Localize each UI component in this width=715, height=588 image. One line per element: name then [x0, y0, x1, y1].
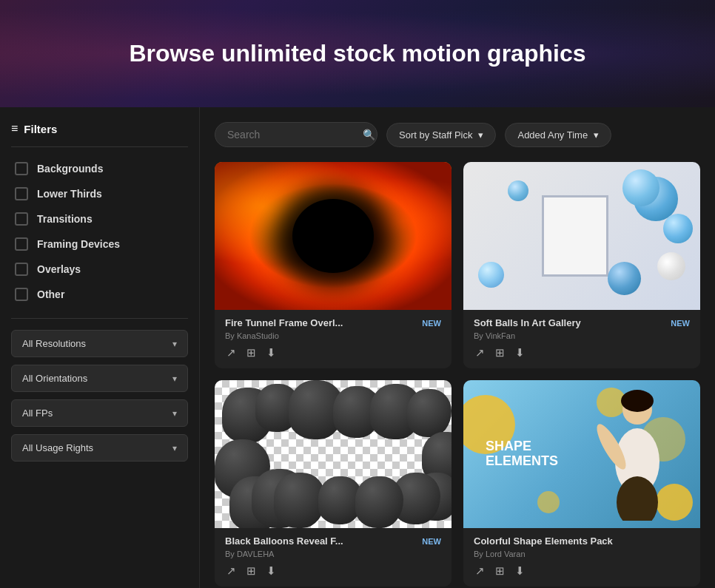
- card-balloons-footer: Black Balloons Reveal F... NEW By DAVLEH…: [215, 528, 452, 587]
- card-shape-footer: Colorful Shape Elements Pack By Lord Var…: [463, 528, 700, 587]
- sidebar-divider: [11, 146, 188, 147]
- card-balls-title: Soft Balls In Art Gallery: [474, 317, 665, 328]
- main-layout: ≡ Filters Backgrounds Lower Thirds Trans…: [0, 107, 715, 588]
- filter-overlays[interactable]: Overlays: [11, 257, 188, 282]
- filter-other[interactable]: Other: [11, 282, 188, 307]
- download-button[interactable]: ⬇: [265, 563, 278, 579]
- label-transitions: Transitions: [37, 213, 93, 225]
- sidebar: ≡ Filters Backgrounds Lower Thirds Trans…: [0, 107, 200, 588]
- chevron-down-icon: ▾: [172, 408, 177, 419]
- card-title-row: Colorful Shape Elements Pack: [474, 535, 690, 547]
- card-fire-thumb: [215, 162, 452, 310]
- shape-text: SHAPEELEMENTS: [486, 439, 558, 469]
- card-fire-title: Fire Tunnel Frame Overl...: [225, 317, 416, 328]
- label-other: Other: [37, 288, 64, 300]
- sidebar-divider2: [11, 318, 188, 319]
- label-backgrounds: Backgrounds: [37, 163, 103, 175]
- filters-label: Filters: [24, 123, 57, 135]
- checkbox-overlays[interactable]: [15, 263, 28, 276]
- card-balloons-title: Black Balloons Reveal F...: [225, 535, 416, 547]
- download-button[interactable]: ⬇: [514, 345, 526, 361]
- time-chevron-icon: ▾: [594, 129, 599, 141]
- time-label: Added Any Time: [517, 129, 588, 141]
- card-fire-tunnel[interactable]: Fire Tunnel Frame Overl... NEW By KanaSt…: [215, 162, 452, 368]
- fire-hole: [292, 199, 374, 273]
- filters-icon: ≡: [11, 122, 18, 135]
- card-fire-footer: Fire Tunnel Frame Overl... NEW By KanaSt…: [215, 310, 452, 368]
- card-balls-footer: Soft Balls In Art Gallery NEW By VinkFan…: [463, 310, 700, 368]
- card-fire-author: By KanaStudio: [225, 331, 441, 340]
- filter-lower-thirds[interactable]: Lower Thirds: [11, 181, 188, 206]
- card-black-balloons[interactable]: Black Balloons Reveal F... NEW By DAVLEH…: [215, 380, 452, 587]
- share-button[interactable]: ↗: [474, 563, 486, 579]
- sort-dropdown[interactable]: Sort by Staff Pick ▾: [386, 123, 496, 147]
- search-box[interactable]: 🔍: [215, 122, 377, 147]
- hero-title: Browse unlimited stock motion graphics: [130, 40, 586, 67]
- card-shape-actions: ↗ ⊞ ⬇: [474, 563, 690, 579]
- svg-point-1: [621, 390, 654, 412]
- resolutions-label: All Resolutions: [22, 338, 86, 349]
- add-to-collection-button[interactable]: ⊞: [494, 563, 506, 579]
- chevron-down-icon: ▾: [172, 374, 177, 384]
- checkbox-lower-thirds[interactable]: [15, 187, 28, 200]
- add-to-collection-button[interactable]: ⊞: [494, 345, 506, 361]
- balloons-background: [215, 380, 452, 528]
- card-shape-author: By Lord Varan: [474, 550, 690, 558]
- hero-section: Browse unlimited stock motion graphics: [0, 0, 715, 107]
- card-balls-thumb: [463, 162, 700, 310]
- label-overlays: Overlays: [37, 263, 81, 275]
- chevron-down-icon: ▾: [172, 339, 177, 349]
- share-button[interactable]: ↗: [474, 345, 486, 361]
- card-shape-title: Colorful Shape Elements Pack: [474, 535, 690, 547]
- card-balloons-author: By DAVLEHA: [225, 550, 441, 558]
- toolbar: 🔍 Sort by Staff Pick ▾ Added Any Time ▾: [215, 122, 700, 147]
- filter-backgrounds[interactable]: Backgrounds: [11, 156, 188, 181]
- card-fire-new-badge: NEW: [422, 319, 441, 328]
- card-fire-actions: ↗ ⊞ ⬇: [225, 345, 441, 361]
- card-balls-new-badge: NEW: [671, 319, 690, 328]
- time-dropdown[interactable]: Added Any Time ▾: [505, 123, 611, 147]
- share-button[interactable]: ↗: [225, 563, 238, 579]
- download-button[interactable]: ⬇: [514, 563, 526, 579]
- label-framing-devices: Framing Devices: [37, 238, 120, 250]
- main-content: 🔍 Sort by Staff Pick ▾ Added Any Time ▾: [200, 107, 715, 588]
- download-button[interactable]: ⬇: [265, 345, 278, 361]
- usage-rights-label: All Usage Rights: [22, 442, 93, 453]
- card-title-row: Soft Balls In Art Gallery NEW: [474, 317, 690, 328]
- checkbox-transitions[interactable]: [15, 212, 28, 226]
- add-to-collection-button[interactable]: ⊞: [245, 563, 258, 579]
- art-frame: [542, 195, 608, 277]
- chevron-down-icon: ▾: [172, 443, 177, 453]
- blue-balls-background: [463, 162, 700, 310]
- card-balls-author: By VinkFan: [474, 331, 690, 340]
- search-icon: 🔍: [363, 129, 375, 141]
- share-button[interactable]: ↗: [225, 345, 238, 361]
- person-silhouette: [582, 388, 685, 521]
- checkbox-framing-devices[interactable]: [15, 237, 28, 251]
- card-shape-elements[interactable]: SHAPEELEMENTS: [463, 380, 700, 587]
- usage-rights-dropdown[interactable]: All Usage Rights ▾: [11, 434, 188, 462]
- resolutions-dropdown[interactable]: All Resolutions ▾: [11, 330, 188, 357]
- filter-transitions[interactable]: Transitions: [11, 206, 188, 232]
- fire-background: [215, 162, 452, 310]
- fps-dropdown[interactable]: All FPs ▾: [11, 399, 188, 427]
- filters-header: ≡ Filters: [11, 122, 188, 135]
- checkbox-backgrounds[interactable]: [15, 162, 28, 175]
- cards-grid: Fire Tunnel Frame Overl... NEW By KanaSt…: [215, 162, 700, 587]
- card-soft-balls[interactable]: Soft Balls In Art Gallery NEW By VinkFan…: [463, 162, 700, 368]
- checkbox-other[interactable]: [15, 288, 28, 301]
- search-input[interactable]: [227, 129, 357, 141]
- fps-label: All FPs: [22, 408, 53, 419]
- add-to-collection-button[interactable]: ⊞: [245, 345, 258, 361]
- sort-chevron-icon: ▾: [478, 129, 483, 141]
- card-title-row: Black Balloons Reveal F... NEW: [225, 535, 441, 547]
- orientations-label: All Orientations: [22, 373, 87, 384]
- card-balloons-actions: ↗ ⊞ ⬇: [225, 563, 441, 579]
- label-lower-thirds: Lower Thirds: [37, 188, 102, 200]
- orientations-dropdown[interactable]: All Orientations ▾: [11, 365, 188, 392]
- card-title-row: Fire Tunnel Frame Overl... NEW: [225, 317, 441, 328]
- card-shape-thumb: SHAPEELEMENTS: [463, 380, 700, 528]
- sort-label: Sort by Staff Pick: [399, 129, 472, 141]
- card-balloons-new-badge: NEW: [422, 537, 441, 546]
- filter-framing-devices[interactable]: Framing Devices: [11, 232, 188, 257]
